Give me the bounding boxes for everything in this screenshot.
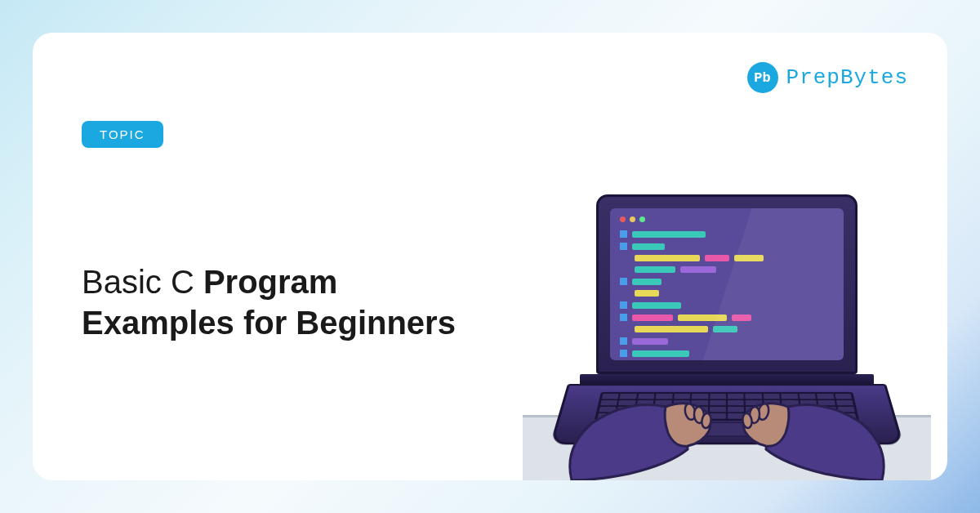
title-bold-part2: Examples for Beginners [82, 302, 456, 343]
logo-badge: Pb [747, 62, 778, 93]
laptop-hinge [580, 374, 874, 384]
laptop-base [550, 384, 904, 444]
logo-text: PrepBytes [786, 65, 908, 90]
maximize-dot-icon [639, 216, 645, 222]
close-dot-icon [620, 216, 626, 222]
title-light-part: Basic C [82, 264, 203, 300]
trackpad [687, 422, 768, 436]
minimize-dot-icon [630, 216, 635, 222]
brand-logo: Pb PrepBytes [747, 62, 908, 93]
title-bold-part1: Program [203, 264, 338, 300]
topic-badge: TOPIC [82, 121, 163, 148]
laptop-screen [610, 208, 844, 360]
laptop-screen-bezel [596, 194, 858, 374]
laptop [580, 194, 874, 457]
page-title: Basic C Program Examples for Beginners [82, 261, 456, 343]
laptop-illustration [539, 154, 915, 480]
keyboard [595, 392, 860, 421]
content-card: Pb PrepBytes TOPIC Basic C Program Examp… [33, 33, 947, 480]
